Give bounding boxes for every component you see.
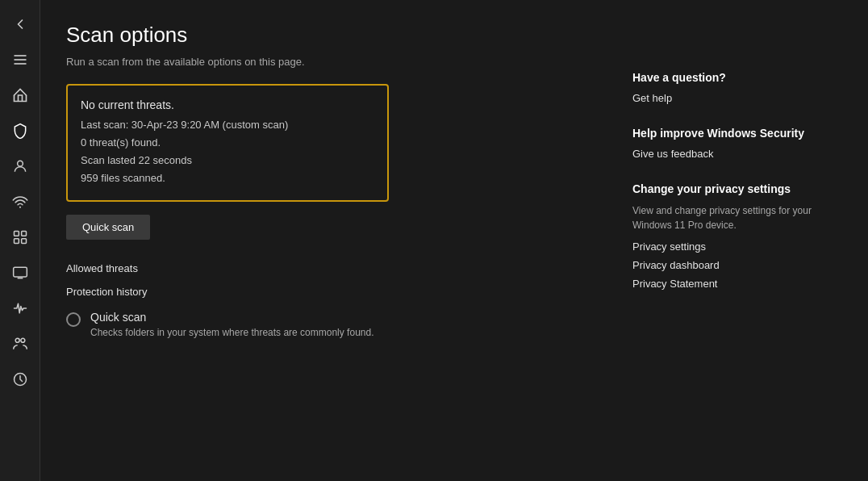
svg-rect-5 — [21, 232, 26, 236]
protection-history-link[interactable]: Protection history — [66, 286, 600, 298]
menu-icon[interactable] — [4, 44, 36, 76]
history-icon[interactable] — [4, 363, 36, 395]
quick-scan-radio-option: Quick scan Checks folders in your system… — [66, 311, 600, 338]
help-improve-section: Help improve Windows Security Give us fe… — [632, 127, 842, 160]
person-icon[interactable] — [4, 150, 36, 182]
svg-point-3 — [17, 161, 23, 166]
sidebar — [0, 0, 40, 481]
home-icon[interactable] — [4, 79, 36, 111]
links-section: Allowed threats Protection history — [66, 262, 600, 298]
svg-point-9 — [15, 338, 19, 342]
have-a-question-heading: Have a question? — [632, 71, 842, 84]
scan-duration-text: Scan lasted 22 seconds — [81, 152, 374, 169]
svg-rect-7 — [21, 239, 26, 244]
family-icon[interactable] — [4, 328, 36, 360]
quick-scan-radio[interactable] — [66, 312, 81, 327]
files-scanned-text: 959 files scanned. — [81, 169, 374, 187]
page-title: Scan options — [66, 23, 600, 48]
device-icon[interactable] — [4, 257, 36, 289]
back-icon[interactable] — [4, 8, 36, 40]
privacy-settings-link[interactable]: Privacy settings — [632, 240, 842, 253]
last-scan-text: Last scan: 30-Apr-23 9:20 AM (custom sca… — [81, 116, 374, 134]
content-left: Scan options Run a scan from the availab… — [66, 23, 600, 458]
privacy-heading: Change your privacy settings — [632, 182, 842, 195]
have-a-question-section: Have a question? Get help — [632, 71, 842, 104]
quick-scan-radio-desc: Checks folders in your system where thre… — [90, 327, 373, 338]
right-panel: Have a question? Get help Help improve W… — [632, 23, 842, 458]
svg-point-10 — [20, 338, 24, 342]
privacy-dashboard-link[interactable]: Privacy dashboard — [632, 259, 842, 271]
wifi-icon[interactable] — [4, 186, 36, 218]
page-subtitle: Run a scan from the available options on… — [66, 56, 600, 68]
help-improve-heading: Help improve Windows Security — [632, 127, 842, 140]
threats-found-text: 0 threat(s) found. — [81, 134, 374, 152]
health-icon[interactable] — [4, 292, 36, 324]
quick-scan-radio-label: Quick scan — [90, 311, 373, 324]
status-title: No current threats. — [81, 98, 374, 111]
privacy-section: Change your privacy settings View and ch… — [632, 182, 842, 290]
svg-rect-6 — [14, 239, 19, 244]
privacy-desc: View and change privacy settings for you… — [632, 203, 842, 232]
allowed-threats-link[interactable]: Allowed threats — [66, 262, 600, 274]
status-card: No current threats. Last scan: 30-Apr-23… — [66, 84, 389, 202]
svg-rect-4 — [14, 232, 19, 236]
privacy-statement-link[interactable]: Privacy Statement — [632, 278, 842, 290]
main-content: Scan options Run a scan from the availab… — [40, 0, 868, 481]
app-icon[interactable] — [4, 221, 36, 253]
status-detail: Last scan: 30-Apr-23 9:20 AM (custom sca… — [81, 116, 374, 187]
shield-icon[interactable] — [4, 115, 36, 147]
get-help-link[interactable]: Get help — [632, 92, 842, 104]
quick-scan-button[interactable]: Quick scan — [66, 215, 150, 240]
svg-rect-8 — [13, 267, 27, 277]
give-feedback-link[interactable]: Give us feedback — [632, 148, 842, 160]
